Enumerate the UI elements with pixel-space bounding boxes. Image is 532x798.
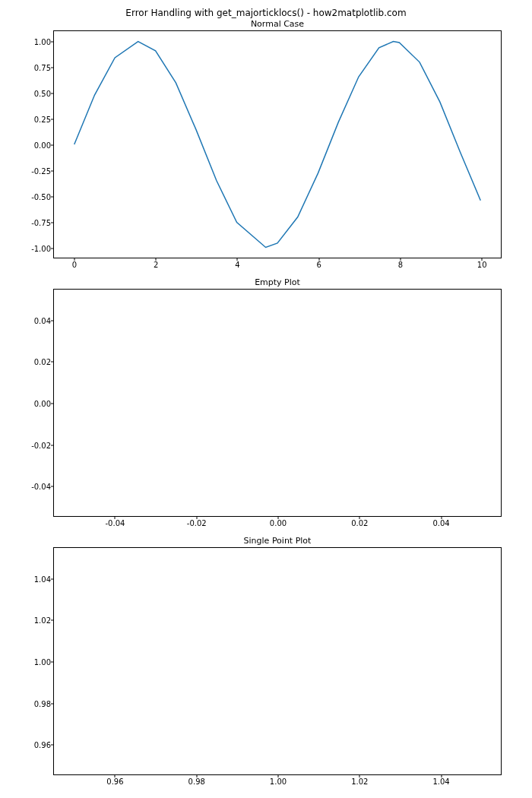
y-tick-mark xyxy=(51,223,54,223)
x-tick-label: 6 xyxy=(316,261,321,269)
y-tick-mark xyxy=(51,119,54,119)
axes-single-point: Single Point Plot 0.960.981.001.021.040.… xyxy=(53,547,502,775)
y-tick-label: 1.00 xyxy=(21,37,51,46)
y-tick-label: -0.02 xyxy=(21,441,51,449)
y-tick-label: -0.25 xyxy=(21,167,51,176)
y-tick-label: -1.00 xyxy=(21,245,51,253)
axes-title: Single Point Plot xyxy=(54,536,501,546)
x-tick-label: -0.04 xyxy=(106,519,125,527)
y-tick-label: 0.04 xyxy=(21,316,51,325)
y-tick-label: 1.02 xyxy=(21,616,51,625)
axes-title: Empty Plot xyxy=(54,277,501,287)
line-plot xyxy=(54,31,501,258)
y-tick-mark xyxy=(51,145,54,146)
y-tick-mark xyxy=(51,662,54,663)
x-tick-label: -0.02 xyxy=(187,519,207,527)
y-tick-mark xyxy=(51,67,54,68)
y-tick-label: 0.75 xyxy=(21,63,51,71)
x-tick-label: 0.98 xyxy=(188,777,205,786)
data-line xyxy=(74,42,481,248)
y-tick-mark xyxy=(51,41,54,42)
y-tick-mark xyxy=(51,404,54,404)
y-tick-mark xyxy=(51,486,54,487)
y-tick-mark xyxy=(51,249,54,249)
scatter-plot xyxy=(54,548,501,774)
y-tick-mark xyxy=(51,93,54,93)
y-tick-label: -0.75 xyxy=(21,219,51,227)
x-tick-label: 1.00 xyxy=(270,777,287,786)
figure-suptitle: Error Handling with get_majorticklocs() … xyxy=(0,8,532,18)
y-tick-label: -0.50 xyxy=(21,193,51,201)
y-tick-mark xyxy=(51,620,54,621)
x-tick-label: 4 xyxy=(235,261,239,269)
y-tick-label: 1.04 xyxy=(21,575,51,583)
x-tick-label: 1.02 xyxy=(351,777,368,786)
x-tick-label: 10 xyxy=(477,261,487,269)
figure: Error Handling with get_majorticklocs() … xyxy=(0,0,532,798)
y-tick-mark xyxy=(51,703,54,704)
axes-title: Normal Case xyxy=(54,19,501,29)
x-tick-label: 0.04 xyxy=(432,519,449,527)
y-tick-label: 0.00 xyxy=(21,141,51,150)
y-tick-mark xyxy=(51,745,54,746)
x-tick-label: 0.02 xyxy=(351,519,368,527)
y-tick-mark xyxy=(51,171,54,172)
y-tick-label: 0.02 xyxy=(21,358,51,366)
y-tick-mark xyxy=(51,445,54,445)
y-tick-label: 0.98 xyxy=(21,699,51,708)
axes-normal-case: Normal Case 0246810-1.00-0.75-0.50-0.250… xyxy=(53,30,502,258)
y-tick-mark xyxy=(51,578,54,579)
y-tick-mark xyxy=(51,320,54,321)
y-tick-label: 0.50 xyxy=(21,89,51,97)
x-tick-label: 1.04 xyxy=(432,777,449,786)
x-tick-label: 0.00 xyxy=(270,519,287,527)
y-tick-label: -0.04 xyxy=(21,483,51,491)
axes-empty-plot: Empty Plot -0.04-0.020.000.020.04-0.04-0… xyxy=(53,289,502,517)
y-tick-label: 0.00 xyxy=(21,400,51,408)
x-tick-label: 8 xyxy=(398,261,403,269)
x-tick-label: 2 xyxy=(154,261,158,269)
y-tick-label: 0.96 xyxy=(21,741,51,749)
y-tick-mark xyxy=(51,197,54,198)
y-tick-label: 0.25 xyxy=(21,115,51,123)
y-tick-label: 1.00 xyxy=(21,658,51,667)
y-tick-mark xyxy=(51,362,54,363)
x-tick-label: 0.96 xyxy=(106,777,123,786)
line-plot xyxy=(54,290,501,516)
x-tick-label: 0 xyxy=(72,261,77,269)
